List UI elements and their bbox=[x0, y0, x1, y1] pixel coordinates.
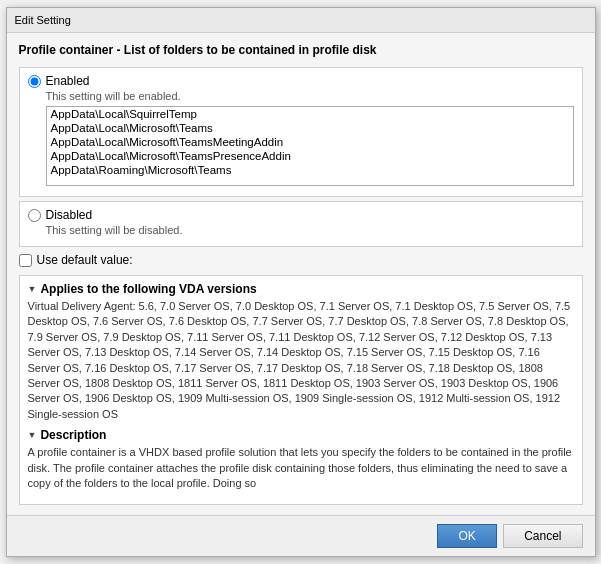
disabled-section: Disabled This setting will be disabled. bbox=[19, 201, 583, 247]
dialog-title: Edit Setting bbox=[7, 8, 595, 33]
list-item[interactable]: AppData\Local\Microsoft\TeamsPresenceAdd… bbox=[47, 149, 573, 163]
list-item[interactable]: AppData\Roaming\Microsoft\Teams bbox=[47, 163, 573, 177]
disabled-hint: This setting will be disabled. bbox=[28, 224, 574, 236]
dialog-footer: OK Cancel bbox=[7, 515, 595, 556]
enabled-radio-row: Enabled bbox=[28, 74, 574, 88]
ok-button[interactable]: OK bbox=[437, 524, 497, 548]
folders-list[interactable]: AppData\Local\SquirrelTemp AppData\Local… bbox=[46, 106, 574, 186]
list-item[interactable]: AppData\Local\SquirrelTemp bbox=[47, 107, 573, 121]
vda-title-text: Applies to the following VDA versions bbox=[40, 282, 256, 296]
vda-group: ▼ Applies to the following VDA versions … bbox=[28, 282, 574, 422]
default-value-checkbox[interactable] bbox=[19, 254, 32, 267]
cancel-button[interactable]: Cancel bbox=[503, 524, 582, 548]
vda-group-title: ▼ Applies to the following VDA versions bbox=[28, 282, 574, 296]
default-value-row: Use default value: bbox=[19, 253, 583, 267]
description-collapse-icon[interactable]: ▼ bbox=[28, 430, 37, 440]
description-group-title: ▼ Description bbox=[28, 428, 574, 442]
enabled-hint: This setting will be enabled. bbox=[28, 90, 574, 102]
content-area: Profile container - List of folders to b… bbox=[7, 33, 595, 515]
main-title: Profile container - List of folders to b… bbox=[19, 43, 583, 57]
vda-collapse-icon[interactable]: ▼ bbox=[28, 284, 37, 294]
list-item[interactable]: AppData\Local\Microsoft\TeamsMeetingAddi… bbox=[47, 135, 573, 149]
disabled-radio-row: Disabled bbox=[28, 208, 574, 222]
enabled-section: Enabled This setting will be enabled. Ap… bbox=[19, 67, 583, 197]
enabled-radio[interactable] bbox=[28, 75, 41, 88]
disabled-radio[interactable] bbox=[28, 209, 41, 222]
description-title-text: Description bbox=[40, 428, 106, 442]
description-text: A profile container is a VHDX based prof… bbox=[28, 445, 574, 491]
disabled-label[interactable]: Disabled bbox=[46, 208, 93, 222]
enabled-label[interactable]: Enabled bbox=[46, 74, 90, 88]
vda-text: Virtual Delivery Agent: 5.6, 7.0 Server … bbox=[28, 299, 574, 422]
description-group: ▼ Description A profile container is a V… bbox=[28, 428, 574, 491]
edit-setting-dialog: Edit Setting Profile container - List of… bbox=[6, 7, 596, 557]
info-section[interactable]: ▼ Applies to the following VDA versions … bbox=[19, 275, 583, 505]
list-item[interactable]: AppData\Local\Microsoft\Teams bbox=[47, 121, 573, 135]
default-value-label[interactable]: Use default value: bbox=[37, 253, 133, 267]
